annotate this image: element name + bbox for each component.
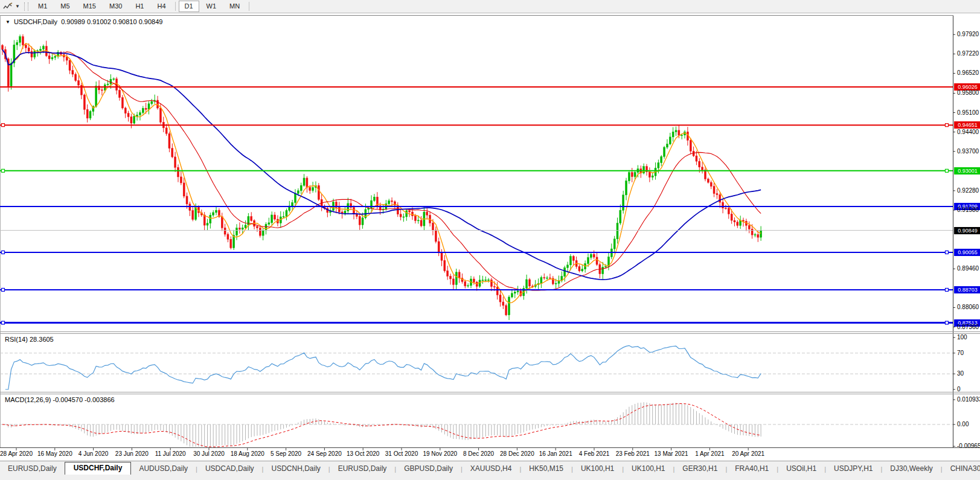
price-chart[interactable] [0,0,980,461]
tab-audusd-daily-2[interactable]: AUDUSD,Daily [131,463,196,475]
price-tick-label: 0.87360 [957,324,980,331]
price-level-label: 0.90055 [954,249,980,256]
line-handle[interactable] [946,321,949,324]
date-tick-label: 28 Dec 2020 [500,450,534,457]
tab-usdjpy-h1-14[interactable]: USDJPY,H1 [826,463,880,475]
macd-tick-label: 0.010933 [957,396,980,403]
chart-tab-bar: EURUSD,DailyUSDCHF,DailyAUDUSD,Daily|USD… [0,461,980,475]
price-tick-label: 0.89460 [957,265,980,272]
bottom-strip [0,475,980,480]
price-level-label: 0.94651 [954,121,980,129]
macd-label: MACD(12,26,9) -0.004570 -0.003866 [5,396,115,403]
macd-tick-label: -0.009653 [957,443,980,450]
ohlc-close: 0.90849 [139,18,163,25]
line-handle[interactable] [2,169,5,172]
price-tick-label: 0.93700 [957,148,980,155]
tab-uk100-h1-9[interactable]: UK100,H1 [573,463,622,475]
date-tick-label: 16 Jan 2021 [539,450,572,457]
tab-usdchf-daily-1[interactable]: USDCHF,Daily [65,462,132,475]
rsi-tick-label: 30 [957,370,980,377]
tab-usoil-h1-13[interactable]: USOil,H1 [778,463,824,475]
tab-dj30-weekly-15[interactable]: DJ30,Weekly [882,463,940,475]
line-handle[interactable] [2,288,5,291]
price-tick-label: 0.95100 [957,109,980,117]
date-tick-label: 23 Jun 2020 [115,450,149,457]
date-tick-label: 31 Oct 2020 [385,450,418,457]
tab-usdcnh-daily-4[interactable]: USDCNH,Daily [263,463,328,475]
date-tick-label: 19 Nov 2020 [423,450,457,457]
rsi-tick-label: 0 [957,386,980,393]
line-handle[interactable] [2,321,5,324]
tab-eurusd-daily-5[interactable]: EURUSD,Daily [330,463,395,475]
date-tick-label: 4 Jun 2020 [78,450,109,457]
ohlc-open: 0.90989 [61,18,85,25]
price-tick-label: 0.94400 [957,129,980,136]
current-price-label: 0.90849 [954,227,980,234]
date-tick-label: 5 Sep 2020 [271,450,301,457]
date-tick-label: 20 Apr 2021 [732,450,764,457]
tab-xauusd-h4-7[interactable]: XAUUSD,H4 [463,463,520,475]
price-tick-label: 0.95800 [957,89,980,97]
tab-gbpusd-daily-6[interactable]: GBPUSD,Daily [396,463,461,475]
price-tick-label: 0.92280 [957,187,980,194]
date-tick-label: 23 Feb 2021 [616,450,650,457]
date-tick-label: 30 Jul 2020 [193,450,225,457]
tab-uk100-h1-10[interactable]: UK100,H1 [624,463,673,475]
price-tick-label: 0.97920 [957,31,980,38]
macd-tick-label: 0.00 [957,421,980,428]
line-handle[interactable] [2,124,5,127]
tab-usdcad-daily-3[interactable]: USDCAD,Daily [197,463,262,475]
date-tick-label: 28 Apr 2020 [0,450,33,457]
chart-symbol-label: USDCHF,Daily [14,18,57,25]
date-tick-label: 1 Apr 2021 [695,450,724,457]
line-handle[interactable] [946,288,949,291]
macd-main-value: -0.004570 [53,396,83,403]
tab-ger30-h1-11[interactable]: GER30,H1 [674,463,725,475]
tab-eurusd-daily-0[interactable]: EURUSD,Daily [0,463,65,475]
line-handle[interactable] [946,169,949,172]
price-level-label: 0.88703 [954,286,980,293]
ohlc-low: 0.90810 [113,18,137,25]
line-handle[interactable] [946,251,949,254]
price-tick-label: 0.97220 [957,50,980,57]
line-handle[interactable] [946,124,949,127]
date-tick-label: 24 Sep 2020 [307,450,342,457]
macd-signal-value: -0.003866 [85,396,115,403]
date-tick-label: 16 May 2020 [37,450,72,457]
price-tick-label: 0.96520 [957,69,980,77]
date-tick-label: 4 Feb 2021 [579,450,610,457]
price-tick-label: 0.88060 [957,304,980,311]
line-handle[interactable] [2,251,5,254]
tab-hk50-m15-8[interactable]: HK50,M15 [521,463,571,475]
date-tick-label: 13 Oct 2020 [347,450,379,457]
date-tick-label: 13 Mar 2021 [655,450,688,457]
date-tick-label: 18 Aug 2020 [231,450,264,457]
tab-china300-h1-16[interactable]: CHINA300,H1 [943,463,980,475]
tab-fra40-h1-12[interactable]: FRA40,H1 [727,463,777,475]
date-tick-label: 8 Dec 2020 [463,450,494,457]
rsi-tick-label: 70 [957,350,980,357]
ohlc-high: 0.91002 [87,18,111,25]
date-tick-label: 11 Jul 2020 [155,450,186,457]
rsi-value: 28.3605 [30,336,54,343]
chart-title: ▼USDCHF,Daily 0.90989 0.91002 0.90810 0.… [5,18,162,25]
price-tick-label: 0.91580 [957,206,980,214]
price-level-label: 0.93001 [954,167,980,174]
rsi-label: RSI(14) 28.3605 [5,336,54,343]
rsi-tick-label: 100 [957,334,980,341]
collapse-chart-icon[interactable]: ▼ [5,19,10,25]
